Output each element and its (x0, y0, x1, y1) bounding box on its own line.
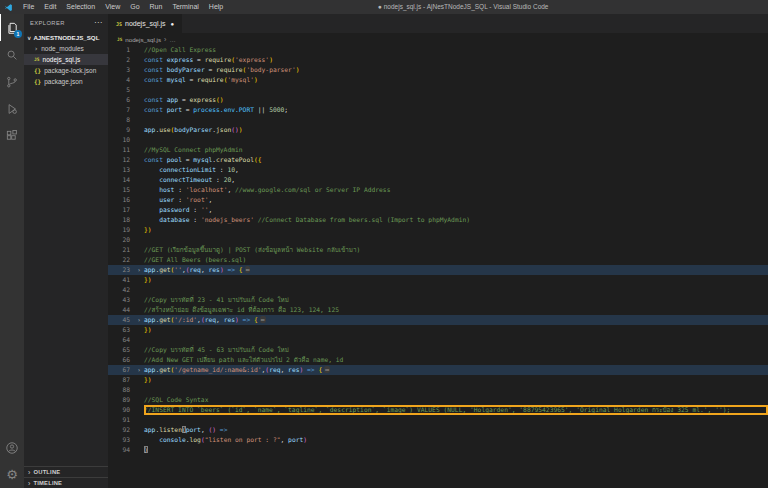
code-line-16[interactable]: 16 user : 'root', (108, 195, 768, 205)
menu-item-help[interactable]: Help (204, 0, 228, 14)
code-line-11[interactable]: 11//MySQL Connect phpMyAdmin (108, 145, 768, 155)
breadcrumb[interactable]: JS nodejs_sql.js › … (108, 33, 768, 45)
breadcrumb-symbol-ellipsis[interactable]: … (169, 36, 175, 43)
fold-chevron-icon[interactable]: › (134, 365, 144, 375)
menu-item-go[interactable]: Go (125, 0, 144, 14)
menu-item-edit[interactable]: Edit (39, 0, 61, 14)
line-number[interactable]: 89 (108, 395, 134, 405)
code-line-64[interactable]: 64 (108, 335, 768, 345)
explorer-icon[interactable]: 1 (0, 14, 24, 41)
search-icon[interactable] (0, 41, 24, 68)
line-number[interactable]: 17 (108, 205, 134, 215)
line-number[interactable]: 23 (108, 265, 134, 275)
menu-item-file[interactable]: File (18, 0, 39, 14)
explorer-more-actions-icon[interactable]: ⋯ (94, 20, 102, 26)
code-line-89[interactable]: 89//SQL Code Syntax (108, 395, 768, 405)
code-line-42[interactable]: 42 (108, 285, 768, 295)
line-number[interactable]: 63 (108, 325, 134, 335)
line-number[interactable]: 13 (108, 165, 134, 175)
code-line-41[interactable]: 41}) (108, 275, 768, 285)
code-line-88[interactable]: 88 (108, 385, 768, 395)
line-number[interactable]: 9 (108, 125, 134, 135)
code-line-7[interactable]: 7const port = process.env.PORT || 5000; (108, 105, 768, 115)
code-line-20[interactable]: 20 (108, 235, 768, 245)
line-number[interactable]: 91 (108, 415, 134, 425)
line-number[interactable]: 22 (108, 255, 134, 265)
code-line-18[interactable]: 18 database : 'nodejs_beers' //Connect D… (108, 215, 768, 225)
line-number[interactable]: 3 (108, 65, 134, 75)
line-number[interactable]: 20 (108, 235, 134, 245)
code-line-91[interactable]: 91 (108, 415, 768, 425)
code-line-94[interactable]: 94) (108, 445, 768, 455)
line-number[interactable]: 21 (108, 245, 134, 255)
account-icon[interactable] (0, 434, 24, 461)
code-line-17[interactable]: 17 password : '', (108, 205, 768, 215)
line-number[interactable]: 1 (108, 45, 134, 55)
line-number[interactable]: 42 (108, 285, 134, 295)
code-line-15[interactable]: 15 host : 'localhost', //www.google.com/… (108, 185, 768, 195)
line-number[interactable]: 18 (108, 215, 134, 225)
line-number[interactable]: 2 (108, 55, 134, 65)
settings-gear-icon[interactable]: ⚙ (0, 461, 24, 488)
line-number[interactable]: 67 (108, 365, 134, 375)
line-number[interactable]: 41 (108, 275, 134, 285)
line-number[interactable]: 16 (108, 195, 134, 205)
line-number[interactable]: 94 (108, 445, 134, 455)
code-line-9[interactable]: 9app.use(bodyParser.json()) (108, 125, 768, 135)
code-line-23[interactable]: 23›app.get('',(req, res) => {⋯ (108, 265, 768, 275)
line-number[interactable]: 11 (108, 145, 134, 155)
code-line-93[interactable]: 93 console.log("listen on port : ?", por… (108, 435, 768, 445)
code-line-66[interactable]: 66//Add New GET เปลี่ยน path และใส่ตัวแป… (108, 355, 768, 365)
run-debug-icon[interactable] (0, 95, 24, 122)
code-line-1[interactable]: 1//Open Call Express (108, 45, 768, 55)
line-number[interactable]: 88 (108, 385, 134, 395)
code-line-45[interactable]: 45›app.get('/:id',(req, res) => {⋯ (108, 315, 768, 325)
line-number[interactable]: 64 (108, 335, 134, 345)
line-number[interactable]: 45 (108, 315, 134, 325)
code-line-43[interactable]: 43//Copy บรรทัดที่ 23 - 41 มาปรับแก้ Cod… (108, 295, 768, 305)
timeline-panel-header[interactable]: › TIMELINE (24, 477, 108, 488)
code-line-2[interactable]: 2const express = require('express') (108, 55, 768, 65)
line-number[interactable]: 14 (108, 175, 134, 185)
line-number[interactable]: 6 (108, 95, 134, 105)
code-line-65[interactable]: 65//Copy บรรทัดที่ 45 - 63 มาปรับแก้ Cod… (108, 345, 768, 355)
file-item-package-lock.json[interactable]: {}package-lock.json (24, 65, 108, 76)
code-line-12[interactable]: 12const pool = mysql.createPool({ (108, 155, 768, 165)
fold-chevron-icon[interactable]: › (134, 315, 144, 325)
code-line-3[interactable]: 3const bodyParser = require('body-parser… (108, 65, 768, 75)
line-number[interactable]: 87 (108, 375, 134, 385)
source-control-icon[interactable] (0, 68, 24, 95)
code-line-67[interactable]: 67›app.get('/getname_id/:name&:id',(req,… (108, 365, 768, 375)
code-line-22[interactable]: 22//GET All Beers (beers.sql) (108, 255, 768, 265)
code-line-8[interactable]: 8 (108, 115, 768, 125)
code-line-92[interactable]: 92app.listen(port, () => (108, 425, 768, 435)
menu-item-terminal[interactable]: Terminal (167, 0, 203, 14)
file-item-nodejs_sql.js[interactable]: JSnodejs_sql.js (24, 54, 108, 65)
code-line-4[interactable]: 4const mysql = require('mysql') (108, 75, 768, 85)
breadcrumb-file[interactable]: nodejs_sql.js (125, 36, 161, 43)
line-number[interactable]: 66 (108, 355, 134, 365)
line-number[interactable]: 5 (108, 85, 134, 95)
line-number[interactable]: 7 (108, 105, 134, 115)
code-line-21[interactable]: 21//GET (เรียกข้อมูลขึ้นมาดู) | POST (ส่… (108, 245, 768, 255)
line-number[interactable]: 92 (108, 425, 134, 435)
extensions-icon[interactable] (0, 122, 24, 149)
code-line-63[interactable]: 63}) (108, 325, 768, 335)
code-line-13[interactable]: 13 connectionLimit : 10, (108, 165, 768, 175)
menu-item-view[interactable]: View (100, 0, 125, 14)
code-line-10[interactable]: 10 (108, 135, 768, 145)
code-line-44[interactable]: 44//สร้างหน้าย่อย ดึงข้อมูลเฉพาะ id ที่ต… (108, 305, 768, 315)
code-line-14[interactable]: 14 connectTimeout : 20, (108, 175, 768, 185)
line-number[interactable]: 43 (108, 295, 134, 305)
line-number[interactable]: 10 (108, 135, 134, 145)
line-number[interactable]: 15 (108, 185, 134, 195)
fold-chevron-icon[interactable]: › (134, 265, 144, 275)
tab-nodejs-sql-js[interactable]: JS nodejs_sql.js ● (108, 14, 182, 33)
line-number[interactable]: 19 (108, 225, 134, 235)
line-number[interactable]: 12 (108, 155, 134, 165)
line-number[interactable]: 90 (108, 405, 134, 415)
line-number[interactable]: 4 (108, 75, 134, 85)
code-line-90[interactable]: 90//INSERT INTO `beers` (`id`, `name`, `… (108, 405, 768, 415)
line-number[interactable]: 44 (108, 305, 134, 315)
line-number[interactable]: 8 (108, 115, 134, 125)
